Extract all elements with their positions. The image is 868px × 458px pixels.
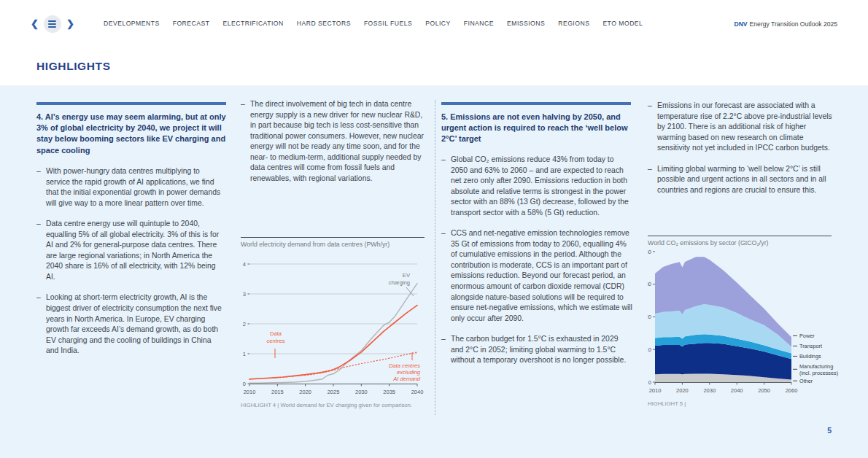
svg-text:Transport: Transport — [799, 343, 822, 349]
bullet-text: The direct involvement of big tech in da… — [250, 99, 426, 184]
svg-text:2035: 2035 — [383, 389, 395, 395]
list-item: –Looking at short-term electricity growt… — [36, 292, 225, 356]
list-item: –Limiting global warming to ‘well below … — [648, 164, 834, 196]
svg-text:2030: 2030 — [355, 389, 368, 395]
svg-text:charging: charging — [389, 279, 410, 286]
bullet-dash: – — [441, 334, 451, 366]
figure-top-rule — [648, 236, 832, 236]
nav-item-electrification[interactable]: ELECTRIFICATION — [222, 20, 283, 27]
menu-hamburger-icon[interactable] — [44, 15, 61, 33]
nav-item-regions[interactable]: REGIONS — [558, 20, 589, 27]
svg-text:2050: 2050 — [758, 387, 770, 394]
nav-item-hard-sectors[interactable]: HARD SECTORS — [297, 20, 351, 27]
chevron-right-icon[interactable]: ❯ — [66, 15, 74, 33]
column-divider — [435, 100, 435, 415]
svg-text:40: 40 — [648, 249, 651, 255]
svg-text:Data centres: Data centres — [389, 362, 420, 369]
section-rule — [36, 102, 226, 105]
chart-title: World electricity demand from data centr… — [241, 241, 425, 248]
list-item: –Data centre energy use will quintuple t… — [36, 219, 225, 282]
svg-text:2015: 2015 — [271, 389, 284, 395]
svg-text:0: 0 — [243, 381, 246, 387]
list-item: –CCS and net-negative emission technolog… — [441, 228, 632, 324]
svg-text:2040: 2040 — [731, 387, 743, 394]
bullet-dash: – — [36, 292, 46, 356]
svg-text:centres: centres — [267, 338, 285, 344]
bullet-dash: – — [36, 219, 46, 282]
svg-text:2040: 2040 — [411, 389, 424, 395]
svg-text:2030: 2030 — [703, 387, 716, 394]
highlight4-column2-bullets: –The direct involvement of big tech in d… — [241, 99, 426, 194]
bullet-text: Limiting global warming to ‘well below 2… — [657, 164, 834, 196]
svg-text:(incl. processes): (incl. processes) — [799, 370, 838, 376]
page-title: HIGHLIGHTS — [36, 60, 111, 73]
nav-menu: DEVELOPMENTS FORECAST ELECTRIFICATION HA… — [104, 20, 643, 27]
svg-text:AI demand: AI demand — [392, 376, 421, 382]
list-item: –Global CO₂ emissions reduce 43% from to… — [441, 155, 632, 218]
bullet-text: CCS and net-negative emission technologi… — [451, 228, 632, 324]
bullet-text: Global CO₂ emissions reduce 43% from tod… — [451, 155, 632, 218]
dnv-logo: DNV — [734, 20, 747, 28]
list-item: –The carbon budget for 1.5°C is exhauste… — [441, 334, 632, 366]
bullet-dash: – — [648, 101, 657, 154]
data-centres-line-chart: 012342010201520202025203020352040EVcharg… — [241, 249, 425, 399]
svg-text:10: 10 — [648, 346, 651, 353]
nav-item-policy[interactable]: POLICY — [425, 20, 451, 27]
svg-text:EV: EV — [403, 272, 411, 279]
list-item: –Emissions in our forecast are associate… — [648, 101, 834, 154]
bullet-dash: – — [241, 99, 250, 184]
highlight5-heading: 5. Emissions are not even halving by 205… — [441, 112, 632, 145]
nav-item-eto-model[interactable]: ETO MODEL — [602, 20, 643, 27]
figure-top-rule — [241, 237, 425, 238]
bullet-text: With power-hungry data centres multiplyi… — [46, 166, 225, 209]
emissions-area-chart: 201020202030204020502060010203040OtherMa… — [648, 248, 840, 397]
chart-title: World CO₂ emissions by sector (GtCO₂/yr) — [648, 239, 840, 247]
svg-text:Power: Power — [799, 333, 815, 339]
svg-text:2010: 2010 — [244, 389, 256, 395]
bullet-text: Data centre energy use will quintuple to… — [46, 219, 225, 282]
svg-text:1: 1 — [243, 351, 246, 357]
svg-text:0: 0 — [648, 379, 651, 386]
svg-text:30: 30 — [648, 281, 651, 287]
nav-item-finance[interactable]: FINANCE — [464, 20, 494, 27]
nav-item-developments[interactable]: DEVELOPMENTS — [104, 20, 160, 27]
svg-text:2020: 2020 — [676, 387, 689, 394]
nav-item-fossil-fuels[interactable]: FOSSIL FUELS — [364, 20, 412, 27]
chevron-left-icon[interactable]: ❮ — [31, 15, 39, 33]
nav-item-forecast[interactable]: FORECAST — [173, 20, 210, 27]
svg-text:excluding: excluding — [397, 369, 421, 376]
section-rule — [441, 102, 631, 105]
highlight5-column3-bullets: –Global CO₂ emissions reduce 43% from to… — [441, 155, 632, 376]
svg-text:Other: Other — [799, 378, 813, 384]
svg-text:2060: 2060 — [786, 387, 798, 394]
brand: DNVEnergy Transition Outlook 2025 — [734, 20, 837, 28]
bullet-text: Looking at short-term electricity growth… — [46, 292, 225, 356]
highlight4-column1-bullets: –With power-hungry data centres multiply… — [36, 166, 225, 367]
list-item: –With power-hungry data centres multiply… — [36, 166, 225, 209]
svg-text:3: 3 — [243, 291, 246, 298]
figure-caption: HIGHLIGHT 5 | — [648, 400, 840, 407]
bullet-dash: – — [441, 155, 451, 218]
bullet-dash: – — [648, 164, 657, 196]
highlight4-heading: 4. AI’s energy use may seem alarming, bu… — [36, 112, 228, 156]
figure-data-centre-demand: World electricity demand from data centr… — [241, 237, 425, 408]
figure-caption: HIGHLIGHT 4 | World demand for EV chargi… — [241, 402, 425, 408]
svg-text:4: 4 — [243, 261, 246, 268]
page-number: 5 — [827, 426, 832, 435]
nav-arrows: ❮ ❯ — [31, 15, 74, 33]
bullet-text: Emissions in our forecast are associated… — [657, 101, 834, 154]
brand-title: Energy Transition Outlook 2025 — [750, 20, 837, 28]
nav-item-emissions[interactable]: EMISSIONS — [507, 20, 545, 27]
svg-text:Buildings: Buildings — [799, 353, 821, 360]
bullet-text: The carbon budget for 1.5°C is exhausted… — [451, 334, 632, 366]
bullet-dash: – — [441, 228, 451, 324]
svg-text:2020: 2020 — [299, 389, 311, 395]
top-navigation-bar: ❮ ❯ DEVELOPMENTS FORECAST ELECTRIFICATIO… — [0, 0, 868, 48]
highlight5-column4-bullets: –Emissions in our forecast are associate… — [648, 101, 834, 206]
svg-text:2025: 2025 — [328, 389, 340, 395]
svg-text:Data: Data — [270, 330, 282, 337]
figure-co2-emissions: World CO₂ emissions by sector (GtCO₂/yr)… — [648, 236, 840, 407]
list-item: –The direct involvement of big tech in d… — [241, 99, 426, 184]
bullet-dash: – — [36, 166, 46, 209]
svg-text:2: 2 — [243, 321, 246, 327]
